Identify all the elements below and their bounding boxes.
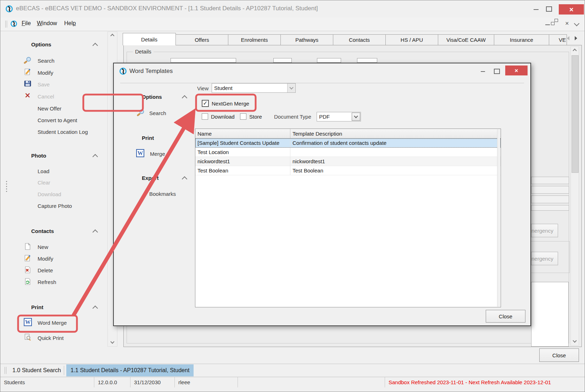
sidebar-item-download[interactable]: Download: [38, 191, 61, 197]
menu-bar: File Window Help ×: [0, 17, 585, 31]
document-type-label: Document Type: [274, 114, 311, 120]
scroll-up-button[interactable]: [571, 47, 579, 55]
toolbar-grip[interactable]: [5, 21, 7, 28]
nextgen-merge-checkbox[interactable]: ✓: [202, 100, 209, 107]
sidebar-item-new-offer[interactable]: New Offer: [38, 106, 61, 112]
table-row[interactable]: [Sample] Student Contacts Update Confirm…: [195, 138, 501, 148]
chevron-up-icon[interactable]: [182, 95, 188, 101]
column-header-name[interactable]: Name: [195, 129, 290, 138]
toolbar-grip[interactable]: [5, 367, 6, 374]
sidebar-section-print[interactable]: Print: [31, 304, 43, 310]
tab-hs-apu[interactable]: HS / APU: [386, 34, 438, 45]
document-type-dropdown[interactable]: PDF: [317, 112, 361, 121]
search-icon: [137, 109, 145, 117]
sidebar-item-contact-new[interactable]: New: [38, 244, 48, 250]
window-title: eBECAS - eBECAS VET DEMO - SANDBOX ENVIR…: [16, 5, 318, 12]
chevron-up-icon[interactable]: [93, 43, 98, 49]
status-module: Students: [0, 377, 94, 387]
dialog-item-merge[interactable]: Merge: [150, 151, 165, 157]
bottom-tab-student-search[interactable]: 1.0 Student Search: [8, 364, 65, 376]
view-dropdown[interactable]: Student: [212, 83, 296, 93]
table-row[interactable]: Test Location: [195, 148, 501, 157]
bottom-tab-student-details[interactable]: 1.1 Student Details - AP10287 Tutorial, …: [66, 364, 194, 376]
chevron-up-icon[interactable]: [93, 229, 98, 235]
dialog-section-print[interactable]: Print: [142, 135, 154, 141]
sidebar-item-modify[interactable]: Modify: [38, 70, 53, 76]
sidebar-item-word-merge[interactable]: Word Merge: [38, 320, 67, 326]
sidebar-item-student-location-log[interactable]: Student Location Log: [38, 129, 88, 135]
menu-window[interactable]: Window: [37, 20, 57, 27]
dialog-item-bookmarks[interactable]: Bookmarks: [149, 191, 176, 197]
menu-help[interactable]: Help: [64, 20, 76, 27]
word-icon: W: [136, 149, 144, 157]
window-close-button[interactable]: ×: [559, 4, 584, 15]
table-scrollbar[interactable]: [497, 129, 500, 307]
sidebar-item-contact-modify[interactable]: Modify: [38, 256, 53, 262]
table-row[interactable]: Test Boolean Test Boolean: [195, 166, 501, 175]
sidebar-item-cancel[interactable]: Cancel: [38, 93, 54, 100]
store-checkbox[interactable]: [240, 113, 246, 120]
word-templates-dialog: Word Templates × Options Search Print W …: [113, 63, 531, 326]
emergency-button-fragment[interactable]: nergency: [531, 224, 558, 237]
word-icon: W: [24, 318, 32, 326]
sidebar-item-quick-print[interactable]: Quick Print: [38, 335, 63, 341]
sidebar-section-photo[interactable]: Photo: [31, 153, 46, 159]
sidebar-item-clear[interactable]: Clear: [38, 180, 50, 186]
dialog-section-options[interactable]: Options: [142, 94, 162, 100]
menu-file[interactable]: File: [22, 20, 31, 27]
modify-icon: [24, 254, 32, 262]
tab-scroll-right-icon[interactable]: [575, 36, 577, 40]
dialog-section-export[interactable]: Export: [142, 175, 159, 181]
tab-details[interactable]: Details: [123, 33, 176, 45]
app-logo-icon: [10, 20, 17, 28]
column-header-template-description[interactable]: Template Description: [290, 129, 501, 138]
status-user: rleee: [175, 377, 238, 387]
mdi-minimize-button[interactable]: [545, 24, 550, 25]
sidebar-item-contact-refresh[interactable]: Refresh: [38, 279, 56, 285]
dialog-maximize-button[interactable]: [494, 69, 500, 74]
sidebar-item-save[interactable]: Save: [38, 81, 50, 87]
tab-pathways[interactable]: Pathways: [281, 34, 333, 45]
emergency-button-fragment[interactable]: nergency: [531, 252, 558, 265]
dialog-close-x-button[interactable]: ×: [505, 66, 528, 75]
refresh-icon: [24, 278, 32, 285]
content-scrollbar[interactable]: [570, 46, 579, 346]
status-empty: [238, 377, 385, 387]
chevron-up-icon[interactable]: [182, 176, 188, 182]
drag-handle-icon[interactable]: [6, 181, 7, 192]
sidebar-item-search[interactable]: Search: [38, 58, 55, 64]
scroll-down-button[interactable]: [571, 337, 579, 345]
status-date: 31/12/2030: [130, 377, 175, 387]
svg-text:W: W: [138, 150, 143, 156]
dialog-close-button[interactable]: Close: [486, 310, 525, 323]
sidebar-section-options[interactable]: Options: [31, 41, 51, 47]
chevron-up-icon[interactable]: [93, 154, 98, 160]
table-row[interactable]: nickwordtest1 nickwordtest1: [195, 157, 501, 166]
tab-vet-truncated[interactable]: VE: [549, 34, 567, 45]
templates-table: Name Template Description [Sample] Stude…: [195, 129, 501, 307]
sidebar-item-capture-photo[interactable]: Capture Photo: [38, 203, 72, 209]
sidebar-item-contact-delete[interactable]: Delete: [38, 267, 53, 273]
window-maximize-button[interactable]: [546, 6, 552, 12]
mdi-close-button[interactable]: ×: [565, 20, 569, 27]
scroll-up-button[interactable]: [108, 32, 117, 40]
main-close-button[interactable]: Close: [539, 348, 579, 362]
sidebar-section-contacts[interactable]: Contacts: [31, 228, 54, 234]
scroll-down-button[interactable]: [108, 339, 117, 346]
sidebar-item-convert-to-agent[interactable]: Convert to Agent: [38, 117, 77, 123]
tab-offers[interactable]: Offers: [176, 34, 228, 45]
tab-visa-coe-caaw[interactable]: Visa/CoE CAAW: [438, 34, 494, 45]
download-checkbox[interactable]: [202, 113, 208, 120]
tab-contacts[interactable]: Contacts: [333, 34, 386, 45]
tab-insurance[interactable]: Insurance: [494, 34, 549, 45]
toolbar-options-chevron-icon[interactable]: [574, 21, 580, 27]
tab-enrolments[interactable]: Enrolments: [228, 34, 281, 45]
dialog-item-search[interactable]: Search: [149, 110, 166, 116]
window-minimize-button[interactable]: [534, 9, 539, 10]
chevron-up-icon[interactable]: [93, 306, 98, 311]
dialog-minimize-button[interactable]: [481, 71, 485, 72]
sidebar-item-load[interactable]: Load: [38, 168, 49, 174]
tab-scroll-left-icon[interactable]: [567, 36, 569, 40]
save-icon: [24, 80, 32, 87]
scrollbar-thumb[interactable]: [572, 55, 579, 173]
